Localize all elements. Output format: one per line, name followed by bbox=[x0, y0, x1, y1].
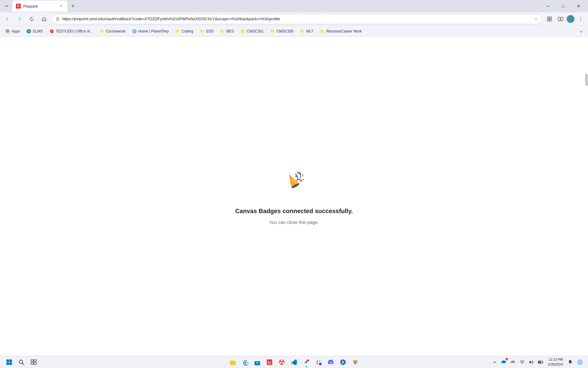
unknown-app-icon bbox=[352, 359, 359, 366]
taskbar-app-lumetri[interactable]: Lr bbox=[264, 357, 275, 368]
navigation-bar: ☆ bbox=[0, 12, 588, 26]
systray-volume-button[interactable] bbox=[527, 358, 536, 366]
back-button[interactable] bbox=[2, 14, 12, 24]
forward-button[interactable] bbox=[15, 14, 24, 24]
minimize-button[interactable]: ─ bbox=[541, 1, 555, 11]
svg-rect-2 bbox=[550, 17, 552, 19]
scrollbar-thumb[interactable] bbox=[585, 74, 588, 86]
clock-area[interactable]: 12:13 PM 2/28/2024 bbox=[546, 357, 565, 367]
svg-point-60 bbox=[317, 362, 318, 364]
extensions-button[interactable] bbox=[545, 14, 554, 24]
close-button[interactable]: ✕ bbox=[571, 1, 586, 11]
bookmarks-bar: Apps E ELMS T TESTUDO | Office of... Cou… bbox=[0, 26, 588, 37]
systray-onedrive-personal-button[interactable]: 1 bbox=[499, 358, 508, 366]
start-button[interactable] bbox=[4, 357, 15, 368]
svg-point-31 bbox=[296, 170, 298, 171]
bookmark-elms[interactable]: E ELMS bbox=[24, 27, 46, 35]
taskbar-app-vscode[interactable] bbox=[288, 357, 300, 368]
svg-rect-46 bbox=[230, 361, 236, 365]
bookmark-bes[interactable]: BES bbox=[217, 27, 237, 35]
system-tray: 1 bbox=[490, 358, 545, 366]
bookmark-star-button[interactable]: ☆ bbox=[534, 17, 538, 21]
profile-avatar[interactable] bbox=[567, 15, 575, 23]
bookmark-coding[interactable]: Coding bbox=[172, 27, 196, 35]
onedrive-badge: 1 bbox=[506, 358, 508, 360]
notification-button[interactable] bbox=[566, 358, 575, 366]
r-icon: R bbox=[340, 359, 346, 366]
systray-wifi-button[interactable] bbox=[518, 358, 526, 366]
svg-rect-1 bbox=[547, 17, 549, 19]
bookmark-coding-label: Coding bbox=[182, 29, 193, 33]
bookmark-cmsc351-label: CMSC351 bbox=[247, 29, 264, 33]
discord-icon bbox=[327, 359, 334, 366]
menu-button[interactable] bbox=[576, 14, 586, 24]
copilot-icon bbox=[577, 359, 583, 365]
task-view-button[interactable] bbox=[28, 357, 39, 368]
bookmark-resume[interactable]: Resume/Career Work bbox=[317, 27, 365, 35]
active-tab[interactable]: P Pinpoint × bbox=[12, 1, 67, 12]
bookmark-mlt[interactable]: MLT bbox=[297, 27, 316, 35]
nav-actions bbox=[545, 14, 586, 24]
taskbar-app-files[interactable] bbox=[227, 357, 238, 368]
maximize-button[interactable]: □ bbox=[556, 1, 570, 11]
address-bar[interactable]: ☆ bbox=[51, 14, 542, 24]
home-button[interactable] bbox=[39, 14, 49, 24]
svg-point-8 bbox=[580, 18, 581, 19]
url-input[interactable] bbox=[62, 17, 532, 21]
taskbar-app-unknown[interactable] bbox=[350, 357, 361, 368]
bookmark-resume-label: Resume/Career Work bbox=[326, 29, 362, 33]
bookmark-planetterp[interactable]: Home | PlanetTerp bbox=[129, 27, 172, 35]
bookmarks-overflow-button[interactable]: » bbox=[577, 27, 586, 36]
globe-icon bbox=[132, 29, 137, 33]
bookmark-elms-label: ELMS bbox=[33, 29, 43, 33]
svg-point-76 bbox=[522, 363, 522, 364]
svg-rect-10 bbox=[6, 29, 7, 31]
svg-point-57 bbox=[306, 361, 307, 363]
bookmark-apps[interactable]: Apps bbox=[2, 27, 23, 35]
reload-button[interactable] bbox=[27, 14, 37, 24]
vscode-icon bbox=[291, 359, 297, 366]
svg-rect-33 bbox=[302, 174, 303, 176]
taskbar-app-edge[interactable] bbox=[239, 357, 251, 368]
folder-icon-coursework bbox=[100, 29, 104, 33]
tab-close-button[interactable]: × bbox=[58, 3, 64, 9]
svg-rect-78 bbox=[543, 362, 543, 363]
ubuntu-icon bbox=[278, 359, 285, 366]
bookmark-eds[interactable]: EDS bbox=[197, 27, 217, 35]
tab-title: Pinpoint bbox=[23, 4, 56, 9]
systray-onedrive-work-button[interactable] bbox=[509, 358, 517, 366]
taskbar-app-r[interactable]: R bbox=[337, 357, 349, 368]
taskbar-app-discord[interactable] bbox=[325, 357, 336, 368]
success-title: Canvas Badges connected successfully. bbox=[235, 208, 353, 215]
bookmark-eds-label: EDS bbox=[206, 29, 214, 33]
onedrive-personal-icon bbox=[501, 360, 507, 364]
split-screen-button[interactable] bbox=[556, 14, 565, 24]
svg-rect-43 bbox=[34, 360, 36, 362]
bookmark-testudo[interactable]: T TESTUDO | Office of... bbox=[47, 27, 96, 35]
svg-rect-32 bbox=[299, 172, 300, 173]
success-subtitle: You can close this page. bbox=[269, 220, 319, 225]
systray-chevron-button[interactable] bbox=[490, 358, 499, 366]
tab-favicon: P bbox=[16, 4, 21, 9]
bookmark-cmsc351[interactable]: CMSC351 bbox=[238, 27, 267, 35]
copilot-button[interactable] bbox=[576, 358, 584, 366]
new-tab-button[interactable]: + bbox=[69, 2, 77, 10]
taskbar-app-slack[interactable]: + bbox=[313, 357, 324, 368]
tab-dropdown-button[interactable] bbox=[2, 2, 11, 10]
taskbar-app-ubuntu[interactable] bbox=[276, 357, 287, 368]
bookmark-coursework[interactable]: Coursework bbox=[97, 27, 129, 35]
taskbar-app-chrome[interactable]: 1 bbox=[301, 357, 312, 368]
security-icon bbox=[55, 17, 60, 21]
svg-line-41 bbox=[22, 363, 24, 365]
svg-rect-39 bbox=[9, 362, 12, 365]
svg-point-27 bbox=[301, 176, 303, 177]
folder-icon-coding bbox=[175, 29, 180, 33]
taskbar-search-button[interactable] bbox=[16, 357, 27, 368]
bookmark-apps-label: Apps bbox=[12, 29, 20, 33]
taskbar-app-store[interactable] bbox=[252, 357, 263, 368]
svg-rect-37 bbox=[9, 359, 12, 362]
svg-point-74 bbox=[354, 362, 355, 362]
success-container: i Canvas Badges connected successfully. … bbox=[235, 168, 353, 225]
systray-battery-button[interactable] bbox=[536, 358, 545, 366]
bookmark-cmsc330[interactable]: CMSC330 bbox=[267, 27, 296, 35]
